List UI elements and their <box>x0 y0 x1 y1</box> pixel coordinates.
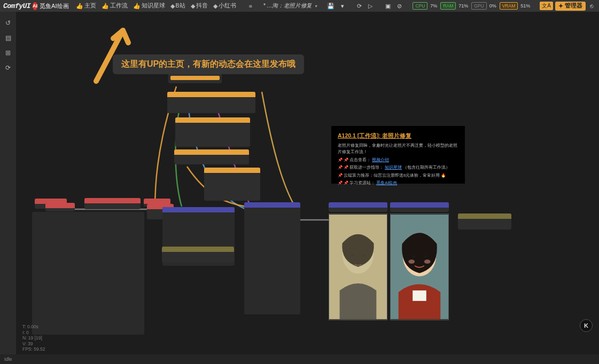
left-sidebar: ↺ ▤ ⊞ ⟳ <box>0 12 16 364</box>
stat-time: T: 0.00s <box>22 324 45 330</box>
loader-node-4[interactable] <box>204 168 260 201</box>
info-line: 📌📌 点击查看： 视频介绍 <box>338 157 458 163</box>
loader-node-2[interactable] <box>175 117 250 147</box>
preview-node[interactable] <box>329 202 387 212</box>
stat-v: V: 39 <box>22 341 45 347</box>
annotation-text: 这里有UP的主页，有新的动态会在这里发布哦 <box>121 59 295 68</box>
annotation-bubble: 这里有UP的主页，有新的动态会在这里发布哦 <box>113 54 304 74</box>
top-toolbar: ComfyUI AI 觅鱼AI绘画 👍主页 👍工作流 👍知识星球 ◆B站 ◆抖音… <box>0 0 599 12</box>
svg-point-7 <box>412 255 416 258</box>
queue-icon[interactable]: ▤ <box>5 34 11 42</box>
status-bar: Idle <box>0 354 599 364</box>
workflow-info-panel: A120.1 [工作流]: 老照片修复 老照片修复回眸，拿趣时光让老照片不再泛黄… <box>331 126 465 184</box>
stat-iter: I: 0 <box>22 330 45 336</box>
info-line: 📌📌 获取进一步指导： 知识星球 （包含往期所有工作流） <box>338 164 458 171</box>
svg-rect-11 <box>413 290 426 301</box>
ram-badge: RAM <box>440 2 456 10</box>
planet-link[interactable]: 知识星球 <box>385 165 402 170</box>
text-node[interactable] <box>32 212 144 335</box>
thumb-icon: 👍 <box>102 3 109 10</box>
thumb-icon: ◆ <box>213 3 217 10</box>
workflow-name: * …淘：老照片修复 <box>263 2 313 9</box>
nav-douyin[interactable]: ◆抖音 <box>189 2 209 10</box>
vram-pct: 51% <box>520 3 530 9</box>
note-node[interactable] <box>458 213 511 230</box>
thumb-icon: 👍 <box>133 3 141 10</box>
puzzle-icon: ✦ <box>558 3 563 9</box>
image-preview-before[interactable] <box>329 213 387 320</box>
reload-button[interactable]: ⟳ <box>355 3 364 10</box>
nav-workflows[interactable]: 👍工作流 <box>100 2 129 10</box>
svg-point-8 <box>423 255 427 258</box>
gpu-badge: GPU <box>471 2 486 10</box>
nav-label: 小红书 <box>219 2 236 10</box>
nav-label: 工作流 <box>110 2 128 10</box>
primitive-node[interactable] <box>84 198 141 209</box>
nav-home[interactable]: 👍主页 <box>74 2 98 10</box>
nav-planet[interactable]: 👍知识星球 <box>131 2 167 10</box>
nav-label: 抖音 <box>196 2 208 10</box>
info-line: 📌📌 学习资源站： 觅鱼AI绘画 <box>338 180 458 186</box>
cpu-pct: 7% <box>430 3 437 9</box>
stat-fps: FPS: 59.52 <box>22 346 45 352</box>
brand-name: 觅鱼AI绘画 <box>40 2 68 10</box>
cpu-badge: CPU <box>413 2 427 10</box>
guide-link[interactable]: 视频介绍 <box>372 157 389 162</box>
info-line: 老照片修复回眸，拿趣时光让老照片不再泛黄，轻小模型的老照片修复工作流！ <box>338 143 458 155</box>
chevron-down-icon: ▾ <box>315 4 317 9</box>
translate-button[interactable]: 文A <box>540 2 553 10</box>
svg-point-10 <box>424 259 431 264</box>
pin-icon: 📌 <box>338 157 343 162</box>
source-link[interactable]: 觅鱼AI绘画 <box>376 180 397 185</box>
info-title: A120.1 [工作流]: 老照片修复 <box>338 131 458 140</box>
preview-node[interactable] <box>390 202 449 212</box>
nodes-icon[interactable]: ⊞ <box>5 49 11 57</box>
ai-badge-icon: AI <box>33 2 37 10</box>
manager-button[interactable]: ✦ 管理器 <box>555 2 586 11</box>
nav-label: 主页 <box>84 2 96 10</box>
save-button[interactable]: 💾 <box>325 3 337 10</box>
node-graph-canvas[interactable]: A120.1 [工作流]: 老照片修复 老照片修复回眸，拿趣时光让老照片不再泛黄… <box>16 12 599 354</box>
pin-icon: 📌 <box>338 165 343 170</box>
info-line: 📌 云端算力推荐：仙宫云注册即送8元体验，常常好用 🔥 <box>338 172 458 179</box>
perf-stats: T: 0.00s I: 0 N: 19 [19] V: 39 FPS: 59.5… <box>22 324 45 352</box>
models-icon[interactable]: ⟳ <box>5 64 11 72</box>
image-preview-after[interactable] <box>390 213 449 320</box>
svg-point-9 <box>408 259 415 264</box>
tail-icon-1[interactable]: ⎋ <box>588 3 596 9</box>
note-node[interactable] <box>162 247 234 263</box>
stop-button[interactable]: ▣ <box>383 3 393 10</box>
stat-n: N: 19 [19] <box>22 335 45 341</box>
manager-label: 管理器 <box>565 2 582 10</box>
primitive-node[interactable] <box>45 203 75 211</box>
nav-label: B站 <box>176 2 185 10</box>
nav-label: 知识星球 <box>142 2 165 10</box>
loader-node-3[interactable] <box>174 149 249 164</box>
thumb-icon: ◆ <box>191 3 195 10</box>
note-node[interactable] <box>168 74 222 83</box>
cancel-button[interactable]: ⊘ <box>395 3 404 10</box>
svg-rect-4 <box>329 215 387 319</box>
nav-xiaohongshu[interactable]: ◆小红书 <box>212 2 238 10</box>
nav-bilibili[interactable]: ◆B站 <box>169 2 187 10</box>
thumb-icon: 👍 <box>76 3 83 10</box>
save-menu-chevron-icon[interactable]: ▾ <box>339 3 346 10</box>
thumb-icon: ◆ <box>170 3 175 10</box>
vram-badge: VRAM <box>500 2 518 10</box>
pin-icon: 📌 <box>338 180 343 185</box>
status-state: Idle <box>4 357 12 362</box>
share-icon[interactable]: ∝ <box>246 3 255 10</box>
ram-pct: 71% <box>458 3 468 9</box>
loader-node[interactable] <box>167 92 255 113</box>
app-logo: ComfyUI <box>3 2 30 10</box>
gpu-pct: 0% <box>489 3 496 9</box>
help-button[interactable]: K <box>580 319 593 332</box>
workflow-tab[interactable]: * …淘：老照片修复 ▾ <box>263 2 317 10</box>
sampler-node[interactable] <box>244 202 300 314</box>
run-button[interactable]: ▷ <box>366 3 375 10</box>
history-icon[interactable]: ↺ <box>5 19 11 27</box>
